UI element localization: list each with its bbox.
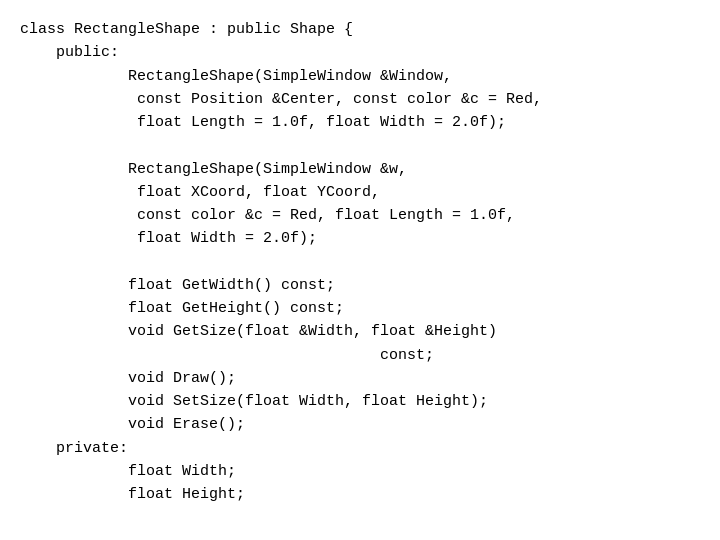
code-line: float Height; [20, 483, 700, 506]
code-line: const Position &Center, const color &c =… [20, 88, 700, 111]
code-line: class RectangleShape : public Shape { [20, 18, 700, 41]
code-line: float Length = 1.0f, float Width = 2.0f)… [20, 111, 700, 134]
code-line [20, 251, 700, 274]
code-line: RectangleShape(SimpleWindow &Window, [20, 65, 700, 88]
code-block: class RectangleShape : public Shape { pu… [0, 0, 720, 524]
code-line: const color &c = Red, float Length = 1.0… [20, 204, 700, 227]
code-line: void SetSize(float Width, float Height); [20, 390, 700, 413]
code-line: void Draw(); [20, 367, 700, 390]
code-line: void Erase(); [20, 413, 700, 436]
code-line: float GetWidth() const; [20, 274, 700, 297]
code-line: float Width; [20, 460, 700, 483]
code-line: private: [20, 437, 700, 460]
code-line: void GetSize(float &Width, float &Height… [20, 320, 700, 343]
code-line: RectangleShape(SimpleWindow &w, [20, 158, 700, 181]
code-line: float GetHeight() const; [20, 297, 700, 320]
code-line: float XCoord, float YCoord, [20, 181, 700, 204]
code-line: const; [20, 344, 700, 367]
code-line: float Width = 2.0f); [20, 227, 700, 250]
code-line: public: [20, 41, 700, 64]
code-line [20, 134, 700, 157]
